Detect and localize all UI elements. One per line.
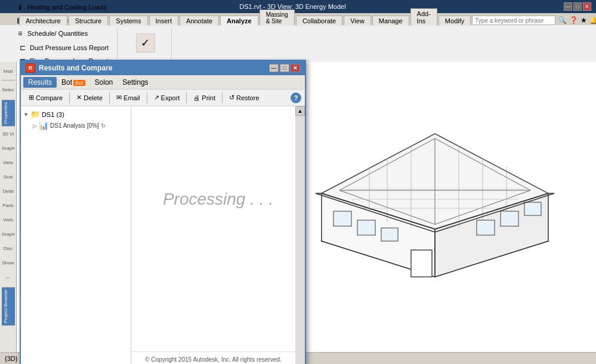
check-systems-icon[interactable]: ✓ <box>136 33 155 53</box>
sidebar-3dview[interactable]: 3D Vi <box>2 127 15 140</box>
sidebar-mod[interactable]: Mod <box>2 64 15 78</box>
menu-results[interactable]: Results <box>23 77 57 88</box>
schedule-icon: ≡ <box>16 29 25 38</box>
dialog-close-button[interactable]: ✕ <box>291 64 300 72</box>
dialog-title-buttons: — □ ✕ <box>269 64 300 72</box>
tab-analyze[interactable]: Analyze <box>220 16 258 26</box>
copyright-text: © Copyright 2015 Autodesk, Inc. All righ… <box>143 356 283 364</box>
schedule-quantities-button[interactable]: ≡ Schedule/ Quantities <box>12 27 110 39</box>
toolbar-sep-1 <box>69 92 70 103</box>
tree-analysis-label: DS1 Analysis [0%] <box>50 122 99 129</box>
help-icon[interactable]: ❓ <box>569 16 578 24</box>
svg-rect-29 <box>501 212 518 226</box>
dialog-title-left: R Results and Compare <box>26 63 112 73</box>
view-label: {3D} <box>5 355 17 362</box>
dialog-footer: © Copyright 2015 Autodesk, Inc. All righ… <box>131 351 295 364</box>
tab-view[interactable]: View <box>344 16 371 26</box>
left-sidebar: Mod Selec Properties 3D Vi Graph View Sc… <box>0 62 17 352</box>
dialog-minimize-button[interactable]: — <box>269 64 279 72</box>
menu-settings[interactable]: Settings <box>118 77 153 88</box>
svg-rect-22 <box>411 250 432 277</box>
tree-chart-icon: 📊 <box>39 121 48 130</box>
delete-button[interactable]: ✕ Delete <box>72 92 107 103</box>
scroll-up-button[interactable]: ▲ <box>295 106 305 116</box>
dialog-tree-panel: ▼ 📁 DS1 (3) ▷ 📊 DS1 Analysis [0%] ↻ <box>21 106 131 364</box>
tree-refresh-icon[interactable]: ↻ <box>101 122 106 129</box>
tab-annotate[interactable]: Annotate <box>180 16 219 26</box>
sidebar-select[interactable]: Selec <box>2 83 15 96</box>
export-button[interactable]: ↗ Export <box>150 92 184 103</box>
tab-systems[interactable]: Systems <box>109 16 147 26</box>
sidebar-dash: — <box>2 270 15 283</box>
dialog-menu: Results BotBot Solon Settings <box>21 75 305 90</box>
title-bar-controls: — □ ✕ <box>564 2 591 11</box>
bot-badge: Bot <box>73 80 85 86</box>
delete-icon: ✕ <box>76 94 82 101</box>
compare-icon: ⊞ <box>29 94 34 101</box>
dialog-body: ▼ 📁 DS1 (3) ▷ 📊 DS1 Analysis [0%] ↻ Proc… <box>21 106 305 364</box>
heating-cooling-loads-button[interactable]: 🌡 Heating and Cooling Loads <box>12 1 110 13</box>
tab-manage[interactable]: Manage <box>372 16 409 26</box>
svg-rect-30 <box>525 203 541 215</box>
restore-button[interactable]: ↺ Restore <box>225 92 264 103</box>
sidebar-parts[interactable]: Parts <box>2 199 15 212</box>
dialog-app-icon: R <box>26 63 35 73</box>
sidebar-project[interactable]: Project Browser <box>2 287 15 325</box>
dialog-maximize-button[interactable]: □ <box>280 64 289 72</box>
dialog-toolbar: ⊞ Compare ✕ Delete ✉ Email ↗ Export 🖨 Pr… <box>21 90 305 106</box>
tab-structure[interactable]: Structure <box>69 16 109 26</box>
sidebar-scale[interactable]: Scal <box>2 170 15 183</box>
main-area: R Results and Compare — □ ✕ Results BotB… <box>17 62 596 352</box>
dialog-scrollbar: ▲ ▼ <box>295 106 305 364</box>
tree-analysis-item[interactable]: ▷ 📊 DS1 Analysis [0%] ↻ <box>21 120 131 131</box>
maximize-button[interactable]: □ <box>573 2 582 11</box>
heating-icon: 🌡 <box>16 2 25 12</box>
svg-rect-28 <box>477 221 494 235</box>
ribbon-search-input[interactable] <box>472 16 555 25</box>
toolbar-sep-5 <box>222 92 223 103</box>
restore-icon: ↺ <box>229 94 234 101</box>
sidebar-properties[interactable]: Properties <box>2 100 15 126</box>
toolbar-sep-2 <box>109 92 110 103</box>
processing-text: Processing . . . <box>163 190 273 209</box>
tab-collaborate[interactable]: Collaborate <box>296 16 342 26</box>
sidebar-disc[interactable]: Disc <box>2 242 15 255</box>
sidebar-view[interactable]: View <box>2 156 15 169</box>
star-icon[interactable]: ★ <box>580 16 587 24</box>
sidebar-show[interactable]: Show <box>2 256 15 269</box>
dialog-main-content: Processing . . . ▲ ▼ © Copyright 2015 Au… <box>131 106 305 364</box>
bell-icon[interactable]: 🔔 <box>589 16 596 24</box>
tab-insert[interactable]: Insert <box>149 16 179 26</box>
compare-button[interactable]: ⊞ Compare <box>24 92 67 103</box>
duct-pressure-button[interactable]: ⊏ Duct Pressure Loss Report <box>14 42 112 54</box>
tab-addins[interactable]: Add-Ins <box>410 8 437 26</box>
email-icon: ✉ <box>116 94 122 101</box>
minimize-button[interactable]: — <box>564 2 572 11</box>
export-icon: ↗ <box>154 94 159 101</box>
tab-massing[interactable]: Massing & Site <box>260 10 295 26</box>
toolbar-sep-4 <box>186 92 187 103</box>
sidebar-visib[interactable]: Visib <box>2 213 15 226</box>
menu-solon[interactable]: Solon <box>90 77 118 88</box>
svg-rect-27 <box>382 229 397 240</box>
tab-modify[interactable]: Modify <box>438 16 471 26</box>
building-3d-view <box>292 74 578 301</box>
tree-sub-arrow-icon: ▷ <box>33 123 37 129</box>
search-icon[interactable]: 🔍 <box>558 16 567 24</box>
sidebar-detail[interactable]: Detai <box>2 184 15 198</box>
sidebar-graph2[interactable]: Graph <box>2 227 15 240</box>
tree-root-label: DS1 (3) <box>42 111 64 118</box>
tab-architecture[interactable]: Architecture <box>19 16 67 26</box>
sidebar-graph[interactable]: Graph <box>2 141 15 155</box>
menu-bot[interactable]: BotBot <box>57 77 90 88</box>
dialog-title-text: Results and Compare <box>39 64 112 72</box>
toolbar-sep-3 <box>147 92 147 103</box>
help-button[interactable]: ? <box>291 92 301 103</box>
close-button[interactable]: ✕ <box>583 2 591 11</box>
print-button[interactable]: 🖨 Print <box>189 92 220 103</box>
dialog-title-bar: R Results and Compare — □ ✕ <box>21 61 305 75</box>
results-compare-dialog: R Results and Compare — □ ✕ Results BotB… <box>20 60 306 364</box>
print-icon: 🖨 <box>193 94 200 101</box>
email-button[interactable]: ✉ Email <box>112 92 144 103</box>
tree-root-item[interactable]: ▼ 📁 DS1 (3) <box>21 109 131 120</box>
